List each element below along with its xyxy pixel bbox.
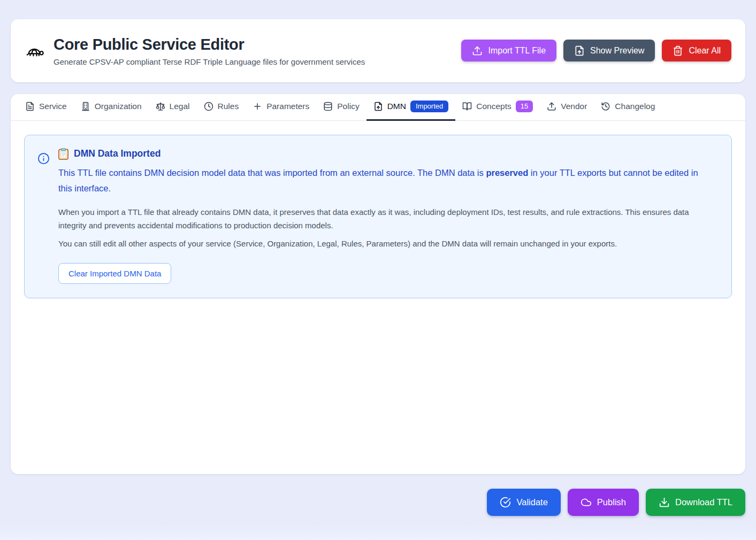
editor-card: Service Organization Legal Rules Paramet	[11, 94, 745, 474]
tab-changelog-label: Changelog	[615, 102, 655, 111]
lead-before: This TTL file contains DMN decision mode…	[58, 168, 486, 178]
plus-icon	[253, 102, 262, 111]
download-icon	[659, 497, 670, 508]
panel-body: DMN Data Imported This TTL file contains…	[58, 148, 719, 284]
panel-title: DMN Data Imported	[74, 148, 161, 159]
footer-actions: Validate Publish Download TTL	[11, 489, 745, 516]
tab-bar: Service Organization Legal Rules Paramet	[11, 94, 745, 121]
panel-paragraph-2: You can still edit all other aspects of …	[58, 237, 719, 250]
tab-service-label: Service	[39, 102, 67, 111]
tab-service[interactable]: Service	[18, 94, 74, 121]
history-icon	[601, 102, 610, 111]
tab-concepts-label: Concepts	[476, 102, 511, 111]
clear-all-label: Clear All	[689, 46, 721, 56]
tab-policy-label: Policy	[337, 102, 359, 111]
tab-vendor[interactable]: Vendor	[540, 94, 594, 121]
book-open-icon	[462, 102, 472, 111]
tab-vendor-label: Vendor	[561, 102, 587, 111]
panel-paragraph-1: When you import a TTL file that already …	[58, 205, 719, 232]
database-icon	[323, 102, 333, 111]
tab-policy[interactable]: Policy	[316, 94, 366, 121]
tab-rules[interactable]: Rules	[197, 94, 246, 121]
trash-icon	[673, 45, 683, 56]
page-subtitle: Generate CPSV-AP compliant Terse RDF Tri…	[54, 57, 365, 66]
show-preview-button[interactable]: Show Preview	[563, 40, 655, 61]
turtle-logo-icon	[25, 43, 45, 60]
validate-label: Validate	[516, 497, 547, 507]
tab-parameters[interactable]: Parameters	[246, 94, 316, 121]
tab-concepts[interactable]: Concepts 15	[455, 94, 540, 121]
download-ttl-label: Download TTL	[675, 497, 732, 507]
import-ttl-button[interactable]: Import TTL File	[461, 40, 556, 61]
clock-icon	[204, 102, 213, 111]
upload-icon	[547, 102, 556, 111]
tab-dmn-label: DMN	[387, 102, 406, 111]
imported-badge: Imported	[410, 101, 448, 112]
tab-dmn[interactable]: DMN Imported	[366, 94, 456, 121]
header-left: Core Public Service Editor Generate CPSV…	[25, 35, 365, 66]
header-card: Core Public Service Editor Generate CPSV…	[11, 19, 745, 82]
check-circle-icon	[500, 497, 511, 508]
header-actions: Import TTL File Show Preview Clear All	[461, 40, 731, 61]
clear-all-button[interactable]: Clear All	[662, 40, 731, 61]
clipboard-icon	[58, 148, 68, 160]
file-preview-icon	[574, 45, 585, 56]
panel-title-row: DMN Data Imported	[58, 148, 719, 160]
publish-button[interactable]: Publish	[568, 489, 639, 516]
building-icon	[81, 102, 90, 111]
clear-imported-dmn-button[interactable]: Clear Imported DMN Data	[58, 263, 171, 284]
lead-bold: preserved	[486, 168, 528, 178]
tab-legal[interactable]: Legal	[149, 94, 197, 121]
tab-legal-label: Legal	[170, 102, 190, 111]
import-ttl-label: Import TTL File	[488, 46, 546, 56]
scale-icon	[156, 102, 165, 111]
tab-changelog[interactable]: Changelog	[594, 94, 662, 121]
page-title: Core Public Service Editor	[54, 35, 365, 54]
header-text: Core Public Service Editor Generate CPSV…	[54, 35, 365, 66]
tab-rules-label: Rules	[218, 102, 239, 111]
validate-button[interactable]: Validate	[487, 489, 560, 516]
tab-parameters-label: Parameters	[266, 102, 309, 111]
tab-organization[interactable]: Organization	[74, 94, 149, 121]
upload-icon	[472, 45, 483, 56]
dmn-tab-content: DMN Data Imported This TTL file contains…	[11, 121, 745, 312]
file-text-icon	[25, 102, 35, 111]
tab-organization-label: Organization	[95, 102, 142, 111]
publish-label: Publish	[597, 497, 626, 507]
dmn-imported-panel: DMN Data Imported This TTL file contains…	[24, 135, 732, 298]
file-up-icon	[373, 102, 383, 111]
panel-lead-text: This TTL file contains DMN decision mode…	[58, 165, 706, 196]
download-ttl-button[interactable]: Download TTL	[646, 489, 745, 516]
concepts-count-badge: 15	[516, 101, 533, 112]
info-icon	[37, 152, 50, 284]
cloud-icon	[581, 497, 592, 508]
show-preview-label: Show Preview	[590, 46, 644, 56]
